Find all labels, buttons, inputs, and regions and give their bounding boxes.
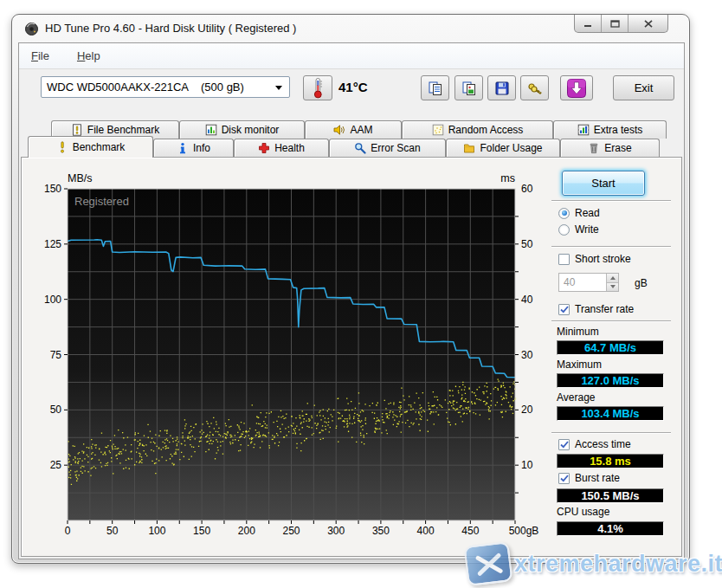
svg-text:50: 50 xyxy=(50,404,62,416)
menu-help[interactable]: Help xyxy=(74,48,104,64)
drive-model: WDC WD5000AAKX-221CA xyxy=(47,81,189,94)
svg-text:40: 40 xyxy=(521,294,533,306)
health-cross-icon xyxy=(258,142,270,154)
svg-text:350: 350 xyxy=(372,525,390,537)
write-radio[interactable] xyxy=(558,224,570,236)
window-title: HD Tune Pro 4.60 - Hard Disk Utility ( R… xyxy=(45,22,296,35)
minimize-button[interactable] xyxy=(575,15,602,33)
maximum-value: 127.0 MB/s xyxy=(557,373,664,388)
spinner-up-button[interactable] xyxy=(606,274,618,283)
write-radio-row[interactable]: Write xyxy=(558,223,599,236)
close-button[interactable] xyxy=(629,15,667,33)
svg-text:MB/s: MB/s xyxy=(68,172,92,184)
svg-text:10: 10 xyxy=(521,459,533,471)
read-radio-row[interactable]: Read xyxy=(558,207,600,219)
maximize-button[interactable] xyxy=(602,15,629,33)
svg-text:150: 150 xyxy=(193,525,210,537)
title-bar[interactable]: HD Tune Pro 4.60 - Hard Disk Utility ( R… xyxy=(12,15,689,42)
burst-rate-checkbox[interactable] xyxy=(558,473,570,484)
hard-disk-icon xyxy=(24,22,39,36)
copy-image-button[interactable] xyxy=(454,75,483,100)
temperature-value: 41°C xyxy=(338,80,368,94)
burst-rate-row[interactable]: Burst rate xyxy=(558,472,620,484)
transfer-rate-row[interactable]: Transfer rate xyxy=(558,303,634,315)
svg-text:150: 150 xyxy=(44,183,61,195)
extra-tests-icon xyxy=(577,124,590,136)
chevron-down-icon xyxy=(275,86,282,90)
access-time-checkbox[interactable] xyxy=(558,439,570,450)
menu-bar: File Help xyxy=(19,43,684,69)
save-button[interactable] xyxy=(487,75,516,100)
download-button[interactable] xyxy=(560,75,593,100)
exclamation-icon xyxy=(56,141,68,153)
cpu-usage-value: 4.1% xyxy=(557,521,664,536)
tab-health[interactable]: Health xyxy=(234,139,329,157)
serial-keys-icon xyxy=(526,81,543,96)
svg-text:100: 100 xyxy=(44,294,61,306)
disk-monitor-icon xyxy=(205,124,217,136)
read-radio[interactable] xyxy=(558,208,570,219)
separator xyxy=(551,432,671,434)
thermometer-icon xyxy=(310,77,326,99)
separator xyxy=(551,200,671,202)
svg-text:100: 100 xyxy=(148,525,165,537)
short-stroke-value: 40 xyxy=(564,276,575,288)
svg-text:75: 75 xyxy=(50,349,62,361)
copy-image-icon xyxy=(461,81,477,96)
minimum-label: Minimum xyxy=(557,326,599,338)
tab-random-access[interactable]: Random Access xyxy=(402,120,553,139)
start-button[interactable]: Start xyxy=(562,171,645,196)
temperature-button[interactable] xyxy=(303,75,332,100)
speaker-icon xyxy=(333,124,345,136)
tab-error-scan[interactable]: Error Scan xyxy=(329,139,446,157)
drive-selector[interactable]: WDC WD5000AAKX-221CA (500 gB) xyxy=(41,76,290,98)
trash-icon xyxy=(588,142,600,154)
copy-text-button[interactable] xyxy=(421,75,449,100)
info-icon xyxy=(177,142,189,154)
short-stroke-unit: gB xyxy=(635,277,648,289)
short-stroke-checkbox[interactable] xyxy=(558,254,570,265)
svg-text:200: 200 xyxy=(238,525,255,537)
tab-benchmark[interactable]: Benchmark xyxy=(28,136,153,158)
benchmark-chart: RegisteredMB/sms150125100755025605040302… xyxy=(39,170,541,542)
transfer-rate-checkbox[interactable] xyxy=(558,304,570,315)
access-time-row[interactable]: Access time xyxy=(558,438,631,450)
screen: HD Tune Pro 4.60 - Hard Disk Utility ( R… xyxy=(0,0,722,588)
burst-rate-value: 150.5 MB/s xyxy=(557,488,664,503)
registration-button[interactable] xyxy=(520,75,549,100)
exit-button[interactable]: Exit xyxy=(613,75,674,100)
short-stroke-row[interactable]: Short stroke xyxy=(558,253,631,265)
tab-info[interactable]: Info xyxy=(153,139,234,157)
svg-text:30: 30 xyxy=(521,349,533,361)
benchmark-page: RegisteredMB/sms150125100755025605040302… xyxy=(21,157,682,557)
svg-text:20: 20 xyxy=(521,404,533,416)
svg-text:300: 300 xyxy=(327,525,345,537)
separator xyxy=(551,246,671,248)
svg-text:400: 400 xyxy=(417,525,435,537)
client-area: File Help WDC WD5000AAKX-221CA (500 gB) … xyxy=(18,42,685,559)
download-icon xyxy=(566,78,587,99)
average-label: Average xyxy=(557,391,595,404)
svg-text:50: 50 xyxy=(106,525,119,537)
svg-text:125: 125 xyxy=(44,238,61,250)
short-stroke-spinner[interactable]: 40 xyxy=(558,273,619,292)
spinner-down-button[interactable] xyxy=(606,283,618,292)
svg-text:ms: ms xyxy=(500,172,515,184)
access-time-value: 15.8 ms xyxy=(557,454,664,468)
tab-folder-usage[interactable]: Folder Usage xyxy=(446,139,560,157)
menu-file[interactable]: File xyxy=(28,48,53,64)
save-icon xyxy=(494,81,510,96)
tab-disk-monitor[interactable]: Disk monitor xyxy=(179,120,305,139)
average-value: 103.4 MB/s xyxy=(557,406,664,421)
svg-text:60: 60 xyxy=(521,183,533,195)
svg-text:450: 450 xyxy=(461,525,479,537)
tab-aam[interactable]: AAM xyxy=(305,120,402,139)
maximum-label: Maximum xyxy=(557,359,602,371)
svg-text:Registered: Registered xyxy=(74,195,129,208)
tab-extra-tests[interactable]: Extra tests xyxy=(553,120,667,139)
tab-erase[interactable]: Erase xyxy=(560,139,660,157)
separator xyxy=(551,320,671,322)
file-benchmark-icon xyxy=(71,124,83,136)
svg-text:25: 25 xyxy=(50,459,62,471)
svg-text:50: 50 xyxy=(521,238,533,250)
